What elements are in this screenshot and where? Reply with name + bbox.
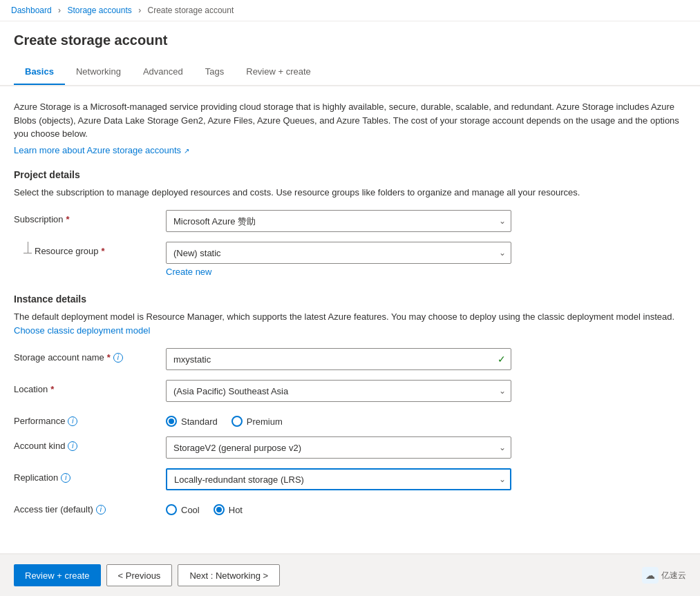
account-kind-select[interactable]: StorageV2 (general purpose v2): [166, 436, 511, 459]
account-kind-label: Account kind i: [14, 436, 166, 451]
performance-premium-radio[interactable]: [231, 416, 243, 427]
performance-row: Performance i Standard Premium: [14, 412, 686, 427]
access-tier-cool-radio[interactable]: [166, 504, 177, 515]
location-label: Location *: [14, 380, 166, 394]
breadcrumb-storage-accounts[interactable]: Storage accounts: [67, 6, 131, 15]
tab-basics[interactable]: Basics: [14, 59, 65, 85]
resource-group-row: Resource group * (New) static ⌄ Create n…: [14, 242, 686, 277]
performance-radio-group: Standard Premium: [166, 412, 283, 427]
breadcrumb: Dashboard › Storage accounts › Create st…: [0, 0, 700, 21]
footer: Review + create < Previous Next : Networ…: [0, 554, 700, 596]
performance-label: Performance i: [14, 412, 166, 426]
replication-label: Replication i: [14, 468, 166, 483]
access-tier-row: Access tier (default) i Cool Hot: [14, 500, 686, 515]
breadcrumb-sep-1: ›: [58, 6, 61, 15]
tab-tags[interactable]: Tags: [194, 59, 235, 85]
create-new-link[interactable]: Create new: [166, 267, 511, 277]
performance-standard-option[interactable]: Standard: [166, 416, 218, 427]
page-title: Create storage account: [14, 32, 686, 48]
main-content: Azure Storage is a Microsoft-managed ser…: [0, 86, 700, 553]
replication-control: Locally-redundant storage (LRS) ⌄: [166, 468, 511, 490]
access-tier-label: Access tier (default) i: [14, 500, 166, 515]
instance-details-desc: The default deployment model is Resource…: [14, 310, 686, 337]
account-kind-info-icon[interactable]: i: [68, 441, 77, 451]
review-create-button[interactable]: Review + create: [14, 564, 101, 586]
subscription-control: Microsoft Azure 赞助 ⌄: [166, 210, 511, 232]
performance-info-icon[interactable]: i: [68, 416, 77, 426]
storage-name-input[interactable]: [166, 348, 511, 370]
intro-description: Azure Storage is a Microsoft-managed ser…: [14, 100, 686, 141]
access-tier-hot-option[interactable]: Hot: [214, 504, 243, 515]
watermark-label: 亿速云: [661, 570, 686, 581]
performance-premium-option[interactable]: Premium: [231, 416, 283, 427]
watermark-icon: ☁: [642, 567, 659, 584]
location-required: *: [50, 384, 54, 394]
watermark: ☁ 亿速云: [642, 567, 686, 584]
access-tier-hot-radio[interactable]: [214, 504, 225, 515]
subscription-required: *: [66, 214, 70, 224]
replication-select[interactable]: Locally-redundant storage (LRS): [166, 468, 511, 490]
breadcrumb-current: Create storage account: [148, 6, 234, 15]
next-networking-button[interactable]: Next : Networking >: [178, 564, 280, 586]
subscription-select[interactable]: Microsoft Azure 赞助: [166, 210, 511, 232]
tab-networking[interactable]: Networking: [65, 59, 132, 85]
project-details-title: Project details: [14, 169, 686, 180]
resource-group-select[interactable]: (New) static: [166, 242, 511, 264]
resource-group-required: *: [102, 246, 105, 256]
tabs-container: Basics Networking Advanced Tags Review +…: [14, 59, 686, 85]
breadcrumb-sep-2: ›: [138, 6, 141, 15]
storage-name-control: ✓: [166, 348, 511, 370]
resource-group-indent: Resource group *: [14, 242, 166, 256]
resource-group-label: Resource group *: [32, 242, 184, 256]
page-header: Create storage account Basics Networking…: [0, 21, 700, 86]
instance-details-title: Instance details: [14, 294, 686, 305]
tab-advanced[interactable]: Advanced: [132, 59, 194, 85]
external-link-icon: ↗: [184, 147, 189, 155]
location-row: Location * (Asia Pacific) Southeast Asia…: [14, 380, 686, 402]
storage-name-info-icon[interactable]: i: [113, 353, 123, 363]
replication-info-icon[interactable]: i: [61, 473, 70, 483]
storage-name-check-icon: ✓: [498, 354, 506, 365]
access-tier-cool-option[interactable]: Cool: [166, 504, 200, 515]
location-control: (Asia Pacific) Southeast Asia ⌄: [166, 380, 511, 402]
project-details-desc: Select the subscription to manage deploy…: [14, 186, 686, 200]
choose-classic-link[interactable]: Choose classic deployment model: [14, 325, 150, 336]
resource-group-control: (New) static ⌄ Create new: [166, 242, 511, 277]
previous-button[interactable]: < Previous: [106, 564, 173, 586]
performance-standard-radio[interactable]: [166, 416, 177, 427]
storage-name-label: Storage account name * i: [14, 348, 166, 363]
replication-row: Replication i Locally-redundant storage …: [14, 468, 686, 490]
subscription-label: Subscription *: [14, 210, 166, 224]
breadcrumb-dashboard[interactable]: Dashboard: [11, 6, 52, 15]
storage-name-row: Storage account name * i ✓: [14, 348, 686, 370]
access-tier-info-icon[interactable]: i: [96, 505, 106, 515]
location-select[interactable]: (Asia Pacific) Southeast Asia: [166, 380, 511, 402]
learn-more-link[interactable]: Learn more about Azure storage accounts …: [14, 145, 189, 155]
account-kind-row: Account kind i StorageV2 (general purpos…: [14, 436, 686, 459]
subscription-row: Subscription * Microsoft Azure 赞助 ⌄: [14, 210, 686, 232]
access-tier-radio-group: Cool Hot: [166, 500, 243, 515]
resource-group-select-wrapper: (New) static ⌄: [166, 242, 511, 264]
account-kind-control: StorageV2 (general purpose v2) ⌄: [166, 436, 511, 459]
storage-name-required: *: [107, 352, 111, 363]
tab-review-create[interactable]: Review + create: [235, 59, 322, 85]
